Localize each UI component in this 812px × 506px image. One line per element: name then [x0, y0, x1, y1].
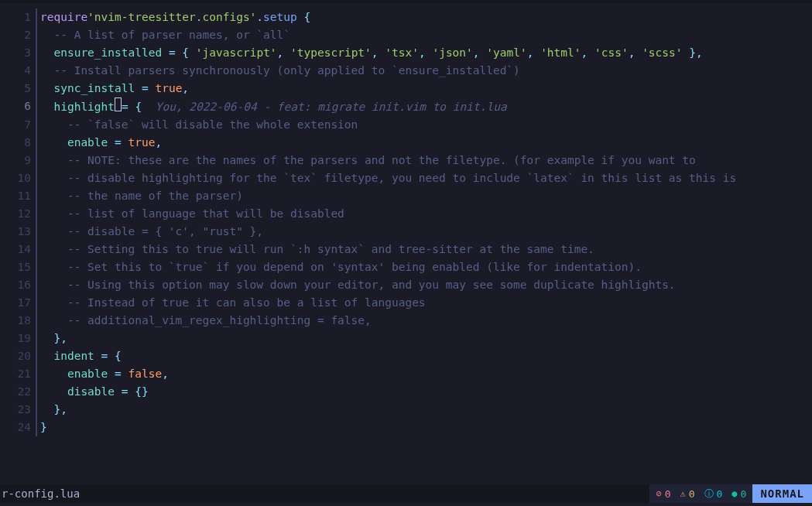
warning-icon: ⚠	[680, 485, 685, 503]
gutter-bar	[36, 97, 37, 116]
code-line[interactable]: 23 },	[0, 401, 812, 419]
gutter-bar	[36, 276, 37, 294]
gutter-bar	[36, 62, 37, 80]
line-content[interactable]: disable = {}	[40, 383, 149, 401]
line-number: 12	[0, 205, 36, 223]
line-number: 1	[0, 9, 36, 26]
code-line[interactable]: 1require'nvim-treesitter.configs'.setup …	[0, 9, 812, 26]
line-number: 8	[0, 134, 36, 152]
code-line[interactable]: 15 -- Set this to `true` if you depend o…	[0, 258, 812, 276]
gutter-bar	[36, 116, 37, 134]
hint-icon: ●	[731, 485, 737, 503]
gutter-bar	[36, 365, 37, 383]
status-filename: r-config.lua	[0, 485, 649, 503]
line-content[interactable]: sync_install = true,	[40, 80, 189, 97]
line-number: 20	[0, 347, 36, 365]
code-line[interactable]: 21 enable = false,	[0, 365, 812, 383]
code-line[interactable]: 18 -- additional_vim_regex_highlighting …	[0, 312, 812, 330]
line-number: 3	[0, 44, 36, 62]
code-line[interactable]: 7 -- `false` will disable the whole exte…	[0, 116, 812, 134]
diag-hints: ●0	[731, 485, 746, 503]
gutter-bar	[36, 187, 37, 205]
diag-warnings: ⚠0	[680, 485, 694, 503]
line-content[interactable]: -- Setting this to true will run `:h syn…	[40, 241, 594, 258]
line-number: 23	[0, 401, 36, 419]
line-number: 4	[0, 62, 36, 80]
code-line[interactable]: 16 -- Using this option may slow down yo…	[0, 276, 812, 294]
code-line[interactable]: 17 -- Instead of true it can also be a l…	[0, 294, 812, 312]
line-number: 6	[0, 97, 36, 116]
line-content[interactable]: },	[40, 330, 67, 347]
code-line[interactable]: 19 },	[0, 330, 812, 347]
line-content[interactable]: -- Using this option may slow down your …	[40, 276, 676, 294]
line-number: 9	[0, 152, 36, 169]
gutter-bar	[36, 294, 37, 312]
line-number: 11	[0, 187, 36, 205]
code-line[interactable]: 13 -- disable = { 'c', "rust" },	[0, 223, 812, 241]
line-content[interactable]: ensure_installed = { 'javascript', 'type…	[40, 44, 703, 62]
line-content[interactable]: -- A list of parser names, or `all`	[40, 26, 290, 44]
gutter-bar	[36, 241, 37, 258]
diag-errors: ⊘0	[656, 485, 670, 503]
code-line[interactable]: 10 -- disable highlighting for the `tex`…	[0, 169, 812, 187]
code-line[interactable]: 24}	[0, 419, 812, 436]
code-line[interactable]: 3 ensure_installed = { 'javascript', 'ty…	[0, 44, 812, 62]
line-number: 14	[0, 241, 36, 258]
line-number: 16	[0, 276, 36, 294]
line-content[interactable]: -- disable = { 'c', "rust" },	[40, 223, 263, 241]
line-content[interactable]: require'nvim-treesitter.configs'.setup {	[40, 9, 310, 26]
line-number: 17	[0, 294, 36, 312]
gutter-bar	[36, 347, 37, 365]
line-content[interactable]: highlight= { You, 2022-06-04 - feat: mig…	[40, 97, 507, 116]
code-line[interactable]: 4 -- Install parsers synchronously (only…	[0, 62, 812, 80]
line-number: 19	[0, 330, 36, 347]
code-line[interactable]: 20 indent = {	[0, 347, 812, 365]
line-content[interactable]: },	[40, 401, 67, 419]
line-number: 10	[0, 169, 36, 187]
line-content[interactable]: enable = true,	[40, 134, 162, 152]
gutter-bar	[36, 401, 37, 419]
code-line[interactable]: 14 -- Setting this to true will run `:h …	[0, 241, 812, 258]
line-number: 2	[0, 26, 36, 44]
code-line[interactable]: 5 sync_install = true,	[0, 80, 812, 97]
line-content[interactable]: -- list of language that will be disable…	[40, 205, 344, 223]
line-content[interactable]: -- additional_vim_regex_highlighting = f…	[40, 312, 372, 330]
code-line[interactable]: 6 highlight= { You, 2022-06-04 - feat: m…	[0, 97, 812, 116]
gutter-bar	[36, 258, 37, 276]
line-content[interactable]: -- Instead of true it can also be a list…	[40, 294, 426, 312]
line-content[interactable]: -- `false` will disable the whole extens…	[40, 116, 358, 134]
line-content[interactable]: -- disable highlighting for the `tex` fi…	[40, 169, 736, 187]
gutter-bar	[36, 383, 37, 401]
line-content[interactable]: -- NOTE: these are the names of the pars…	[40, 152, 696, 169]
line-content[interactable]: -- Install parsers synchronously (only a…	[40, 62, 520, 80]
code-line[interactable]: 22 disable = {}	[0, 383, 812, 401]
gutter-bar	[36, 169, 37, 187]
gutter-bar	[36, 134, 37, 152]
line-content[interactable]: }	[40, 419, 47, 436]
line-content[interactable]: -- the name of the parser)	[40, 187, 243, 205]
line-number: 22	[0, 383, 36, 401]
code-line[interactable]: 2 -- A list of parser names, or `all`	[0, 26, 812, 44]
code-area[interactable]: 1require'nvim-treesitter.configs'.setup …	[0, 3, 812, 506]
error-icon: ⊘	[656, 485, 661, 503]
code-line[interactable]: 9 -- NOTE: these are the names of the pa…	[0, 152, 812, 169]
gutter-bar	[36, 80, 37, 97]
editor[interactable]: 1require'nvim-treesitter.configs'.setup …	[0, 0, 812, 506]
line-content[interactable]: enable = false,	[40, 365, 169, 383]
line-number: 15	[0, 258, 36, 276]
gutter-bar	[36, 223, 37, 241]
line-number: 7	[0, 116, 36, 134]
gutter-bar	[36, 152, 37, 169]
line-content[interactable]: -- Set this to `true` if you depend on '…	[40, 258, 642, 276]
code-line[interactable]: 11 -- the name of the parser)	[0, 187, 812, 205]
gutter-bar	[36, 419, 37, 436]
line-content[interactable]: indent = {	[40, 347, 122, 365]
code-line[interactable]: 12 -- list of language that will be disa…	[0, 205, 812, 223]
line-number: 21	[0, 365, 36, 383]
gutter-bar	[36, 330, 37, 347]
line-number: 5	[0, 80, 36, 97]
code-line[interactable]: 8 enable = true,	[0, 134, 812, 152]
line-number: 18	[0, 312, 36, 330]
info-icon: ⓘ	[704, 485, 714, 503]
status-diagnostics: ⊘0 ⚠0 ⓘ0 ●0	[649, 484, 752, 503]
